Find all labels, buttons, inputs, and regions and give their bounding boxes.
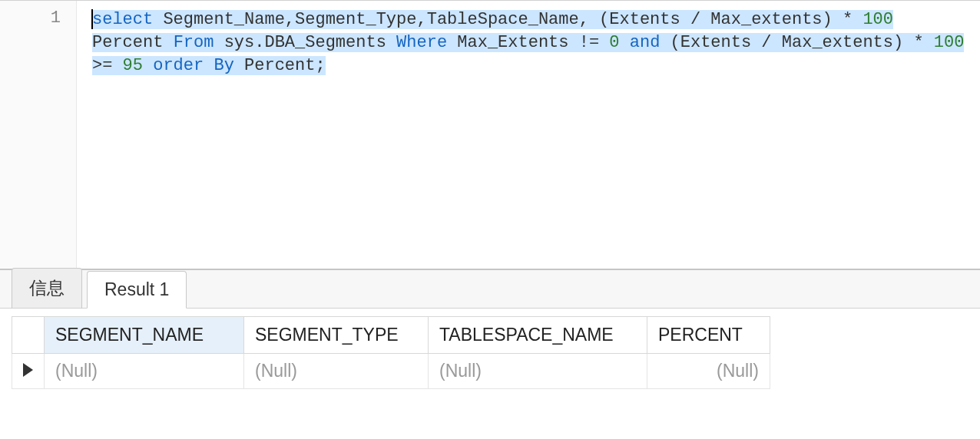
cell-segment-name[interactable]: (Null)	[45, 354, 244, 389]
num-literal: 100	[934, 33, 965, 52]
sql-text: (Extents / Max_extents) *	[660, 33, 933, 52]
col-header-tablespace-name[interactable]: TABLESPACE_NAME	[429, 317, 647, 354]
num-literal: 95	[123, 56, 143, 75]
result-tabs: 信息 Result 1	[0, 270, 980, 309]
col-header-percent[interactable]: PERCENT	[647, 317, 770, 354]
sql-text: sys.DBA_Segments	[214, 33, 396, 52]
sql-text: Percent;	[234, 56, 326, 75]
col-header-segment-name[interactable]: SEGMENT_NAME	[45, 317, 244, 354]
sql-text: Percent	[92, 33, 174, 52]
result-area: 信息 Result 1 SEGMENT_NAME SEGMENT_TYPE TA…	[0, 269, 980, 389]
col-header-segment-type[interactable]: SEGMENT_TYPE	[244, 317, 429, 354]
cell-segment-type[interactable]: (Null)	[244, 354, 429, 389]
kw-and: and	[630, 33, 661, 52]
cell-tablespace-name[interactable]: (Null)	[429, 354, 647, 389]
sql-text: >=	[92, 56, 123, 75]
line-gutter: 1	[0, 1, 77, 269]
tab-result-1[interactable]: Result 1	[87, 271, 187, 309]
num-literal: 100	[862, 10, 893, 29]
sql-text: Max_Extents !=	[447, 33, 609, 52]
line-number: 1	[0, 8, 61, 28]
kw-from: From	[174, 33, 214, 52]
current-row-icon	[23, 363, 33, 377]
kw-select: select	[92, 10, 153, 29]
kw-by: By	[214, 56, 233, 75]
row-indicator-header	[12, 317, 45, 354]
sql-text	[143, 56, 153, 75]
kw-order: order	[153, 56, 204, 75]
num-literal: 0	[609, 33, 619, 52]
result-grid[interactable]: SEGMENT_NAME SEGMENT_TYPE TABLESPACE_NAM…	[12, 316, 770, 389]
code-pane[interactable]: select Segment_Name,Segment_Type,TableSp…	[77, 1, 980, 269]
cell-percent[interactable]: (Null)	[647, 354, 770, 389]
sql-text	[204, 56, 214, 75]
table-row[interactable]: (Null) (Null) (Null) (Null)	[12, 354, 770, 389]
row-indicator[interactable]	[12, 354, 45, 389]
tab-messages[interactable]: 信息	[12, 268, 82, 309]
sql-statement[interactable]: select Segment_Name,Segment_Type,TableSp…	[92, 8, 972, 78]
header-row: SEGMENT_NAME SEGMENT_TYPE TABLESPACE_NAM…	[12, 317, 770, 354]
sql-text: Segment_Name,Segment_Type,TableSpace_Nam…	[153, 10, 862, 29]
sql-text	[620, 33, 630, 52]
text-cursor	[91, 9, 93, 29]
kw-where: Where	[396, 33, 447, 52]
sql-editor[interactable]: 1 select Segment_Name,Segment_Type,Table…	[0, 0, 980, 269]
